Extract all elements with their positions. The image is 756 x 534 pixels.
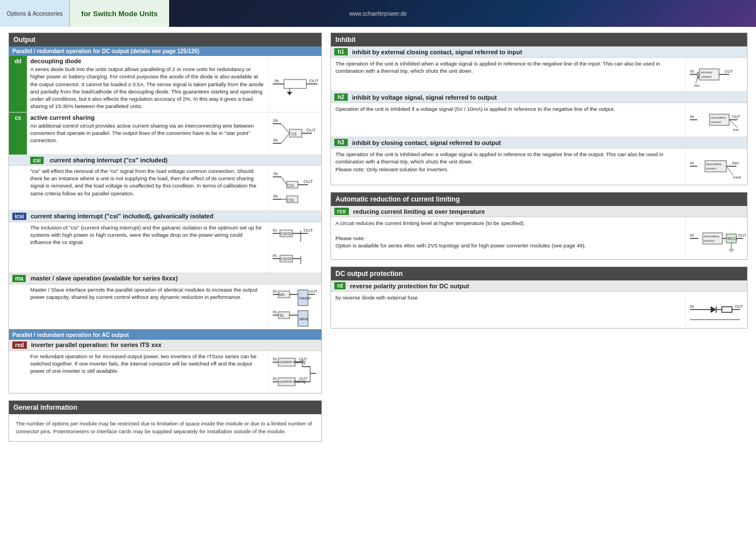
svg-text:OUT: OUT (738, 233, 746, 237)
h3-header-row: h3 inhibit by closing contact, signal re… (331, 137, 747, 148)
svg-text:OUT: OUT (309, 78, 319, 83)
svg-text:OUT: OUT (306, 128, 316, 133)
parallel-dc-block: Parallel / redundant operation for DC ou… (9, 46, 321, 330)
general-info-header: General information (9, 401, 321, 414)
svg-text:CSI: CSI (287, 198, 294, 202)
svg-text:OUT: OUT (299, 357, 308, 361)
csi-label: csi (30, 157, 44, 164)
rco-label: rco (334, 208, 349, 215)
svg-text:INH: INH (694, 84, 699, 87)
svg-text:primary: primary (701, 71, 712, 74)
ma-title: master / slave operation (avalaible for … (30, 275, 178, 282)
svg-text:SL: SL (279, 313, 284, 317)
svg-text:CSI/GI: CSI/GI (281, 257, 292, 261)
ma-spacer (9, 284, 27, 329)
dd-title: decoupling diode (30, 58, 265, 64)
h1-content: The operation of the unit is inhibited w… (331, 58, 685, 91)
csi-title: current sharing interrupt ("cs" included… (50, 157, 167, 163)
svg-text:RCO: RCO (727, 236, 738, 241)
rco-content: A circuit reduces the current limiting l… (331, 217, 685, 259)
ma-diagram: IN MS master OUT IN (268, 284, 321, 329)
svg-text:INH: INH (732, 161, 739, 165)
right-column: Inhibit h1 inhibit by external closing c… (330, 32, 748, 448)
icsi-diagram-svg: IN CSI/GI OUT IN CSI/GI (270, 222, 320, 273)
svg-text:CSI: CSI (287, 184, 294, 188)
main-content: Output Parallel / redundant operation fo… (0, 27, 756, 454)
h2-header-row: h2 inhibit by voltage signal, signal ref… (331, 92, 747, 103)
output-header: Output (9, 33, 321, 46)
rco-title: reducing current limiting at over temper… (353, 208, 485, 215)
svg-text:MS: MS (279, 293, 285, 297)
h3-diagram-svg: IN secondary control INH INHB (687, 148, 746, 185)
parallel-ac-block: Parallel / redundant operation for AC ou… (9, 330, 321, 393)
header-url: www.schaeferpower.de (349, 11, 407, 17)
csi-row: csi current sharing interrupt ("cs" incl… (9, 155, 321, 211)
h1-row: h1 inhibit by external closing contact, … (331, 46, 747, 92)
svg-text:secondary: secondary (704, 235, 720, 238)
icsi-content-row: The inclusion of "csi" (current sharing … (9, 222, 321, 273)
svg-text:OUT: OUT (725, 69, 734, 73)
h3-desc: The operation of the unit is inhibited w… (335, 151, 681, 173)
red-diagram-svg: IN current sharing OUT IN current sharin… (270, 351, 320, 393)
h2-title: inhibit by voltage signal, signal referr… (352, 94, 497, 101)
h2-diagram-svg: IN secondary control OUT INH (687, 103, 746, 137)
ma-content: Master / Slave interface permits the par… (27, 284, 268, 329)
tab-options[interactable]: Options & Accessories (0, 0, 70, 27)
ma-row: ma master / slave operation (avalaible f… (9, 273, 321, 329)
h3-diagram: IN secondary control INH INHB (685, 148, 747, 185)
svg-line-103 (726, 166, 733, 175)
svg-text:OUT: OUT (299, 377, 308, 381)
svg-line-27 (281, 177, 287, 185)
output-section: Output Parallel / redundant operation fo… (8, 32, 322, 394)
dc-protection-header: DC output protection (331, 267, 747, 280)
h1-content-row: The operation of the unit is inhibited w… (331, 58, 747, 91)
cs-diagram-svg: IN CS OUT IN (270, 113, 320, 154)
svg-marker-121 (711, 306, 716, 313)
cs-label: cs (9, 113, 27, 154)
svg-text:IN: IN (273, 138, 278, 143)
auto-reduction-section: Automatic reduction of current limiting … (330, 192, 748, 260)
icsi-diagram: IN CSI/GI OUT IN CSI/GI (268, 222, 321, 273)
h1-diagram-svg: IN primary control OUT INH (687, 58, 746, 91)
h1-title: inhibit by external closing contact, sig… (352, 49, 522, 55)
svg-marker-6 (287, 92, 292, 95)
svg-line-15 (281, 124, 290, 133)
svg-line-117 (729, 250, 731, 252)
rco-header-row: rco reducing current limiting at over te… (331, 206, 747, 217)
h3-label: h3 (334, 139, 348, 146)
ma-desc: Master / Slave interface permits the par… (30, 286, 265, 301)
icsi-title: current sharing interrupt ("csi" include… (31, 213, 213, 219)
ma-header-row: ma master / slave operation (avalaible f… (9, 273, 321, 284)
svg-text:OUT: OUT (735, 305, 744, 308)
svg-text:IN: IN (273, 377, 277, 381)
h3-title: inhibit by closing contact, signal refer… (352, 139, 501, 146)
svg-text:INHB: INHB (733, 176, 741, 179)
svg-text:CS: CS (291, 132, 297, 136)
red-spacer (9, 351, 27, 393)
rco-diagram: IN secondary control RCO OUT (685, 217, 747, 259)
rco-diagram-svg: IN secondary control RCO OUT (687, 217, 746, 259)
dd-row: dd decoupling diode A series diode built… (9, 56, 321, 113)
svg-line-118 (731, 250, 734, 252)
svg-text:control: control (701, 75, 711, 78)
rd-diagram-svg: IN OUT (687, 292, 746, 328)
h2-diagram: IN secondary control OUT INH (685, 103, 747, 137)
icsi-spacer (9, 222, 27, 273)
red-title: inverter parallel operation: for series … (31, 341, 162, 348)
svg-text:IN: IN (690, 305, 694, 308)
inhibit-header: Inhibit (331, 33, 747, 46)
csi-spacer (9, 166, 27, 210)
svg-text:OUT: OUT (304, 228, 313, 233)
dd-desc: A series diode built into the units outp… (30, 65, 265, 110)
parallel-dc-header: Parallel / redundant operation for DC ou… (9, 46, 321, 56)
svg-text:secondary: secondary (706, 162, 722, 166)
h3-content: The operation of the unit is inhibited w… (331, 148, 685, 185)
h2-label: h2 (334, 93, 348, 101)
ma-label: ma (12, 275, 26, 282)
general-info-section: General information The number of option… (8, 400, 322, 442)
h1-desc: The operation of the unit is inhibited w… (335, 60, 681, 75)
header: Options & Accessories for Switch Mode Un… (0, 0, 756, 27)
rd-desc: by reverse diode with external fuse (335, 294, 681, 301)
h2-content-row: Operation of the unit is inhibited if a … (331, 103, 747, 137)
h3-content-row: The operation of the unit is inhibited w… (331, 148, 747, 185)
